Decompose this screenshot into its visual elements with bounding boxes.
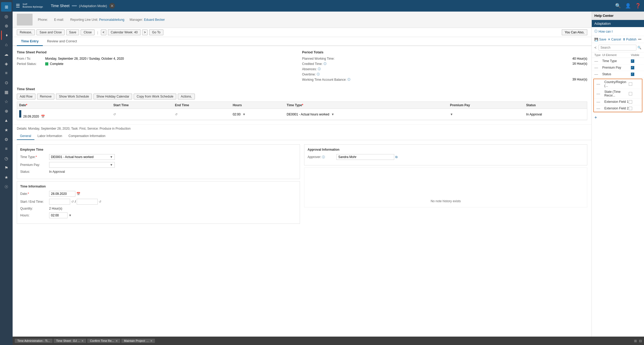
- detail-tab-labor[interactable]: Labor Information: [34, 133, 65, 140]
- show-work-schedule-button[interactable]: Show Work Schedule: [56, 94, 92, 99]
- sidebar-icon-15[interactable]: ⚙: [1, 135, 12, 144]
- release-button[interactable]: Release,: [17, 29, 35, 35]
- save-button[interactable]: Save: [66, 29, 79, 35]
- premium-pay-dropdown-icon[interactable]: ▼: [450, 113, 453, 116]
- state-visible-checkbox[interactable]: [629, 92, 632, 95]
- user-avatar-icon[interactable]: 👤: [625, 3, 631, 9]
- sidebar-icon-18[interactable]: ⚑: [1, 163, 12, 172]
- country-region-visible-checkbox[interactable]: [629, 82, 632, 86]
- taskbar-item-time-admin[interactable]: Time Administration - Ti...: [15, 339, 53, 343]
- credited-time-info-icon[interactable]: ⓘ: [324, 62, 326, 66]
- actions-button[interactable]: Actions,: [178, 94, 195, 99]
- close-button[interactable]: Close: [81, 29, 95, 35]
- help-icon[interactable]: ❓: [635, 3, 641, 9]
- taskbar-item-confirm-time[interactable]: Confirm Time Re... ✕: [87, 339, 120, 343]
- sidebar-icon-5[interactable]: ⌂: [1, 40, 12, 49]
- search-icon[interactable]: 🔍: [615, 3, 621, 9]
- how-can-i-link[interactable]: ⓘ How can I: [592, 27, 644, 36]
- date-input[interactable]: [49, 191, 75, 197]
- copy-from-work-schedule-button[interactable]: Copy from Work Schedule: [134, 94, 176, 99]
- help-cancel-button[interactable]: ✕ Cancel: [608, 38, 621, 41]
- sidebar-icon-home[interactable]: ⊞: [1, 2, 12, 12]
- help-add-button[interactable]: +: [592, 113, 644, 122]
- taskbar-close-time-sheet[interactable]: ✕: [81, 339, 84, 342]
- approver-row: Approver: ⓘ Sandra Mohr ⧉: [308, 154, 584, 160]
- end-time-form-reset-icon[interactable]: ↺: [99, 200, 101, 204]
- sidebar-icon-4[interactable]: ♦: [1, 31, 12, 40]
- sidebar-icon-11[interactable]: ☆: [1, 97, 12, 106]
- prev-week-button[interactable]: <: [101, 29, 106, 35]
- help-search-icon[interactable]: 🔍: [637, 46, 641, 49]
- hours-dropdown-icon[interactable]: ▼: [242, 113, 246, 116]
- tab-time-entry[interactable]: Time Entry: [17, 37, 43, 46]
- sidebar-icon-12[interactable]: ⊕: [1, 106, 12, 116]
- sidebar-icon-19[interactable]: ★: [1, 172, 12, 182]
- save-close-button[interactable]: Save and Close: [37, 29, 65, 35]
- main-tabs: Time Entry Review and Correct: [13, 37, 591, 46]
- help-save-button[interactable]: 💾 Save: [594, 38, 606, 41]
- premium-pay-visible-checkbox[interactable]: [631, 66, 634, 69]
- you-can-also-button[interactable]: You Can Also,: [562, 29, 587, 35]
- taskbar-icon-1[interactable]: ⊞: [634, 339, 637, 343]
- hamburger-menu-icon[interactable]: ☰: [16, 3, 20, 9]
- sidebar-icon-7[interactable]: ◈: [1, 59, 12, 68]
- sidebar-icon-17[interactable]: ◷: [1, 154, 12, 163]
- taskbar-close-confirm-time[interactable]: ✕: [116, 339, 118, 342]
- sidebar-icon-8[interactable]: ≡: [1, 68, 12, 78]
- wta-info-icon[interactable]: ⓘ: [347, 78, 350, 82]
- absences-info-icon[interactable]: ⓘ: [318, 67, 321, 71]
- taskbar-item-maintain-project[interactable]: Maintain Project: ... ✕: [121, 339, 155, 343]
- help-search-input[interactable]: [599, 45, 636, 50]
- sidebar-icon-9[interactable]: ⊙: [1, 78, 12, 87]
- sidebar-icon-13[interactable]: ▲: [1, 116, 12, 125]
- premium-pay-select[interactable]: ▼: [49, 162, 115, 168]
- cell-end-time[interactable]: ↺: [173, 109, 231, 120]
- sidebar-icon-16[interactable]: ≡: [1, 144, 12, 154]
- help-row-state: — State (Time Recor...: [594, 89, 642, 99]
- status-visible-checkbox[interactable]: [631, 73, 634, 76]
- cell-time-type: DE0001 - Actual hours worked ▼: [285, 109, 448, 120]
- date-calendar-icon[interactable]: 📅: [41, 115, 45, 118]
- end-time-input[interactable]: [77, 199, 98, 205]
- ext-field-2-visible-checkbox[interactable]: [629, 107, 632, 110]
- sidebar-icon-2[interactable]: ◎: [1, 12, 12, 21]
- employee-bar: Phone: E-mail: Reporting Line Unit: Pers…: [13, 12, 591, 28]
- time-type-select[interactable]: DE0001 - Actual hours worked ▼: [49, 154, 115, 160]
- help-more-icon[interactable]: •••: [638, 38, 641, 41]
- remove-button[interactable]: Remove: [37, 94, 55, 99]
- start-time-form-reset-icon[interactable]: ↺: [71, 200, 74, 204]
- sidebar-icon-6[interactable]: ☁: [1, 49, 12, 59]
- help-back-button[interactable]: <: [594, 45, 596, 50]
- taskbar-label-time-admin: Time Administration - Ti...: [17, 339, 50, 342]
- time-sheet-section: Time Sheet Add Row Remove Show Work Sche…: [13, 87, 591, 124]
- start-time-reset-icon[interactable]: ↺: [113, 113, 116, 116]
- taskbar-icon-2[interactable]: ⊟: [639, 339, 642, 343]
- taskbar-item-time-sheet[interactable]: Time Sheet : DJ ... ✕: [54, 339, 86, 343]
- detail-tab-general[interactable]: General: [17, 133, 34, 140]
- time-type-dropdown-icon[interactable]: ▼: [331, 113, 334, 116]
- sidebar-icon-3[interactable]: ⊛: [1, 21, 12, 31]
- taskbar-close-maintain-project[interactable]: ✕: [150, 339, 152, 342]
- sidebar-icon-20[interactable]: ☉: [1, 182, 12, 191]
- add-row-button[interactable]: Add Row: [17, 94, 35, 99]
- hours-input[interactable]: [49, 212, 67, 218]
- approver-ext-link-icon[interactable]: ⧉: [395, 155, 398, 159]
- go-to-button[interactable]: Go To: [149, 29, 163, 35]
- end-time-reset-icon[interactable]: ↺: [175, 113, 178, 116]
- cell-start-time[interactable]: ↺: [111, 109, 173, 120]
- hours-form-dropdown-icon[interactable]: ▼: [69, 214, 72, 217]
- ext-field-1-visible-checkbox[interactable]: [629, 100, 632, 104]
- detail-tab-compensation[interactable]: Compensation Information: [65, 133, 109, 140]
- overtime-info-icon[interactable]: ⓘ: [317, 72, 320, 76]
- show-holiday-calendar-button[interactable]: Show Holiday Calendar: [94, 94, 132, 99]
- start-time-input[interactable]: [49, 199, 70, 205]
- next-week-button[interactable]: >: [142, 29, 148, 35]
- date-form-calendar-icon[interactable]: 📅: [76, 192, 80, 196]
- sidebar-icon-10[interactable]: ▦: [1, 87, 12, 97]
- help-publish-button[interactable]: ⬆ Publish: [623, 38, 636, 41]
- approver-info-icon[interactable]: ⓘ: [322, 155, 325, 159]
- sidebar-icon-14[interactable]: ★: [1, 125, 12, 135]
- time-type-visible-checkbox[interactable]: [631, 59, 634, 63]
- close-adaptation-button[interactable]: ✕: [109, 3, 115, 9]
- tab-review-correct[interactable]: Review and Correct: [43, 37, 81, 46]
